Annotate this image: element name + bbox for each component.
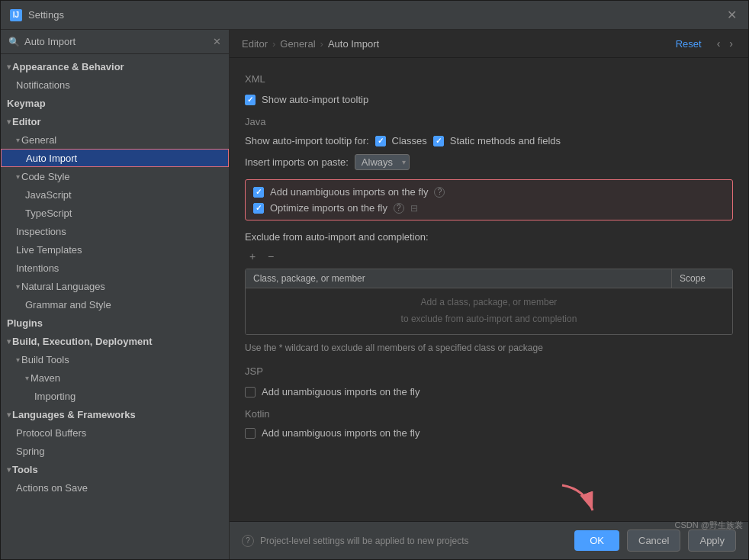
sidebar-item-editor[interactable]: ▾ Editor (1, 112, 229, 130)
sidebar-item-label: Spring (16, 446, 45, 457)
sidebar-item-label: Keymap (7, 98, 46, 109)
java-unambiguous-row: Add unambiguous imports on the fly ? (253, 186, 725, 198)
app-icon: IJ (10, 9, 22, 21)
remove-exclude-button[interactable]: − (263, 249, 278, 264)
table-col-scope: Scope (671, 269, 732, 288)
sidebar-item-natural-languages[interactable]: ▾ Natural Languages (1, 277, 229, 295)
java-insert-dropdown-wrapper: Always Ask Never ▾ (355, 154, 410, 170)
sidebar-item-label: Languages & Frameworks (12, 409, 136, 420)
wildcard-note: Use the * wildcard to exclude all member… (245, 343, 733, 353)
java-unambiguous-checkbox[interactable] (253, 187, 264, 198)
table-body: Add a class, package, or member to exclu… (246, 288, 732, 334)
sidebar-item-label: Inspections (16, 226, 66, 237)
sidebar-item-keymap[interactable]: Keymap (1, 94, 229, 112)
nav-back-button[interactable]: ‹ (714, 37, 724, 50)
breadcrumb-editor: Editor (242, 38, 268, 50)
kotlin-unambiguous-row: Add unambiguous imports on the fly (245, 427, 733, 439)
sidebar-item-label: Protocol Buffers (16, 427, 86, 439)
search-clear-icon[interactable]: ✕ (213, 36, 221, 47)
sidebar-item-label: JavaScript (25, 189, 72, 201)
jsp-unambiguous-checkbox[interactable] (245, 387, 256, 397)
java-unambiguous-help-icon[interactable]: ? (434, 187, 445, 198)
right-panel: Editor › General › Auto Import Reset ‹ › (230, 30, 748, 559)
breadcrumb-general: General (280, 38, 315, 50)
cancel-button[interactable]: Cancel (627, 529, 680, 552)
sidebar-item-javascript[interactable]: JavaScript (1, 185, 229, 204)
nav-forward-button[interactable]: › (726, 37, 736, 50)
reset-button[interactable]: Reset (676, 38, 702, 50)
exclude-table: Class, package, or member Scope Add a cl… (245, 269, 733, 335)
ok-button[interactable]: OK (574, 530, 619, 551)
java-classes-label: Classes (392, 135, 427, 146)
breadcrumb: Editor › General › Auto Import (242, 38, 379, 50)
breadcrumb-current: Auto Import (328, 38, 379, 50)
java-tooltip-label: Show auto-import tooltip for: (245, 135, 369, 146)
search-input[interactable] (24, 36, 208, 47)
search-bar: 🔍 ✕ (1, 30, 229, 54)
java-optimize-checkbox[interactable] (253, 203, 264, 214)
sidebar: 🔍 ✕ ▾ Appearance & Behavior Notification… (1, 30, 230, 559)
sidebar-item-notifications[interactable]: Notifications (1, 76, 229, 94)
sidebar-item-spring[interactable]: Spring (1, 442, 229, 460)
sidebar-item-grammar-style[interactable]: Grammar and Style (1, 295, 229, 314)
sidebar-item-importing[interactable]: Importing (1, 387, 229, 405)
java-optimize-extra-icon[interactable]: ⊟ (410, 203, 418, 214)
expand-icon: ▾ (16, 136, 20, 144)
sidebar-item-label: Grammar and Style (25, 299, 111, 311)
sidebar-item-build-tools[interactable]: ▾ Build Tools (1, 350, 229, 369)
java-static-checkbox[interactable] (433, 136, 444, 146)
sidebar-item-maven[interactable]: ▾ Maven (1, 369, 229, 387)
sidebar-item-label: Importing (34, 391, 76, 402)
help-icon[interactable]: ? (242, 535, 254, 547)
java-unambiguous-label: Add unambiguous imports on the fly (270, 186, 428, 198)
bottom-bar: ? Project-level settings will be applied… (230, 521, 748, 559)
help-section: ? Project-level settings will be applied… (242, 535, 468, 547)
sidebar-item-inspections[interactable]: Inspections (1, 222, 229, 240)
java-static-label: Static methods and fields (450, 135, 561, 146)
breadcrumb-sep2: › (320, 38, 323, 50)
sidebar-item-appearance[interactable]: ▾ Appearance & Behavior (1, 57, 229, 76)
sidebar-item-label: Maven (31, 372, 60, 384)
sidebar-item-typescript[interactable]: TypeScript (1, 204, 229, 222)
sidebar-item-languages[interactable]: ▾ Languages & Frameworks (1, 405, 229, 423)
sidebar-item-label: Build Tools (21, 354, 69, 365)
expand-icon: ▾ (25, 374, 29, 382)
expand-icon: ▾ (7, 117, 11, 126)
expand-icon: ▾ (7, 337, 11, 346)
java-classes-checkbox[interactable] (375, 136, 386, 146)
sidebar-item-plugins[interactable]: Plugins (1, 314, 229, 332)
sidebar-item-intentions[interactable]: Intentions (1, 259, 229, 277)
sidebar-item-label: TypeScript (25, 208, 72, 219)
xml-tooltip-checkbox[interactable] (245, 95, 256, 105)
close-button[interactable]: ✕ (724, 8, 739, 23)
sidebar-item-label: Notifications (16, 79, 70, 91)
java-optimize-label: Optimize imports on the fly (270, 202, 387, 214)
xml-tooltip-label: Show auto-import tooltip (262, 94, 368, 105)
sidebar-item-label: Plugins (7, 317, 43, 329)
java-insert-row: Insert imports on paste: Always Ask Neve… (245, 154, 733, 170)
sidebar-item-protocol-buffers[interactable]: Protocol Buffers (1, 423, 229, 442)
java-insert-dropdown[interactable]: Always Ask Never (355, 154, 410, 170)
jsp-unambiguous-label: Add unambiguous imports on the fly (262, 386, 420, 397)
sidebar-item-live-templates[interactable]: Live Templates (1, 240, 229, 259)
sidebar-item-label: Build, Execution, Deployment (12, 336, 152, 347)
sidebar-item-general[interactable]: ▾ General (1, 130, 229, 149)
sidebar-item-label: Code Style (21, 171, 70, 182)
apply-button[interactable]: Apply (688, 529, 736, 552)
java-insert-label: Insert imports on paste: (245, 156, 349, 168)
java-optimize-help-icon[interactable]: ? (394, 203, 404, 214)
help-label: Project-level settings will be applied t… (260, 536, 468, 546)
sidebar-item-auto-import[interactable]: Auto Import (1, 149, 229, 167)
sidebar-item-actions-on-save[interactable]: Actions on Save (1, 478, 229, 497)
expand-icon: ▾ (7, 465, 11, 474)
breadcrumb-sep1: › (272, 38, 275, 50)
sidebar-item-code-style[interactable]: ▾ Code Style (1, 167, 229, 185)
main-content: 🔍 ✕ ▾ Appearance & Behavior Notification… (1, 30, 748, 559)
kotlin-unambiguous-checkbox[interactable] (245, 428, 256, 439)
sidebar-item-build-exec[interactable]: ▾ Build, Execution, Deployment (1, 332, 229, 350)
sidebar-item-tools[interactable]: ▾ Tools (1, 460, 229, 478)
exclude-header: Exclude from auto-import and completion: (245, 231, 733, 243)
add-exclude-button[interactable]: + (245, 249, 260, 264)
add-remove-row: + − (245, 249, 733, 264)
sidebar-item-label: Tools (12, 464, 38, 475)
